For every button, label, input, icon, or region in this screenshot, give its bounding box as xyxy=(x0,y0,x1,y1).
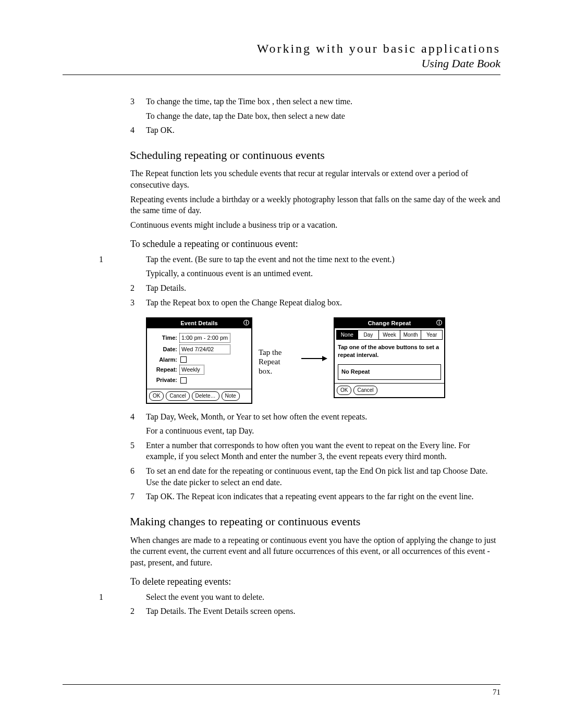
content-area: 3 To change the time, tap the Time box ,… xyxy=(130,96,500,617)
body-paragraph: When changes are made to a repeating or … xyxy=(130,535,500,569)
callout-label: Tap the Repeat box. xyxy=(259,317,295,376)
step: 4 Tap OK. xyxy=(130,125,500,136)
body-paragraph: Repeating events include a birthday or a… xyxy=(130,194,500,216)
dialog-title-bar: Change Repeat ⓘ xyxy=(335,318,444,328)
note-button[interactable]: Note xyxy=(222,391,240,401)
date-label: Date: xyxy=(150,346,177,353)
step-text: Tap the Repeat box to open the Change Re… xyxy=(146,297,500,309)
figure: Event Details ⓘ Time: 1:00 pm - 2:00 pm … xyxy=(146,317,500,404)
step: 4 Tap Day, Week, Month, or Year to set h… xyxy=(130,411,500,437)
step-text: Tap Day, Week, Month, or Year to set how… xyxy=(146,411,500,423)
dialog-body: Time: 1:00 pm - 2:00 pm Date: Wed 7/24/0… xyxy=(147,328,251,389)
dialog-title: Change Repeat xyxy=(368,320,411,326)
dialog-buttons: OK Cancel xyxy=(335,383,444,397)
date-row: Date: Wed 7/24/02 xyxy=(150,344,248,354)
svg-marker-1 xyxy=(322,356,327,361)
step-text: Tap Details. The Event Details screen op… xyxy=(146,606,500,617)
step-number: 7 xyxy=(130,491,134,502)
step-text: To set an end date for the repeating or … xyxy=(146,465,500,488)
step-text: To change the date, tap the Date box, th… xyxy=(146,110,500,122)
private-checkbox[interactable] xyxy=(180,377,187,384)
step-number: 1 xyxy=(99,591,103,603)
step-number: 2 xyxy=(130,606,134,617)
tab-month[interactable]: Month xyxy=(400,330,422,340)
alarm-label: Alarm: xyxy=(150,356,177,364)
step-number: 2 xyxy=(130,282,134,294)
event-details-dialog: Event Details ⓘ Time: 1:00 pm - 2:00 pm … xyxy=(146,317,252,404)
dialog-title: Event Details xyxy=(180,320,218,326)
tab-year[interactable]: Year xyxy=(421,330,442,340)
subheading: To schedule a repeating or continuous ev… xyxy=(130,238,500,250)
ok-button[interactable]: OK xyxy=(337,386,351,395)
step-text: Tap OK. The Repeat icon indicates that a… xyxy=(146,491,500,502)
tab-none[interactable]: None xyxy=(337,330,358,340)
change-repeat-dialog: Change Repeat ⓘ None Day Week Month Year… xyxy=(334,317,445,398)
subheading: To delete repeating events: xyxy=(130,575,500,588)
step-text: Typically, a continuous event is an unti… xyxy=(146,268,500,279)
footer: 71 xyxy=(63,684,500,697)
step-number: 1 xyxy=(99,254,103,265)
step-text: For a continuous event, tap Day. xyxy=(146,425,500,437)
heading-scheduling: Scheduling repeating or continuous event… xyxy=(130,147,500,163)
section-title: Using Date Book xyxy=(63,57,500,70)
info-icon: ⓘ xyxy=(436,319,442,327)
chapter-title: Working with your basic applications xyxy=(63,42,500,56)
tab-week[interactable]: Week xyxy=(379,330,400,340)
arrow-icon xyxy=(301,317,327,365)
step-text: Select the event you want to delete. xyxy=(146,591,500,603)
page-number: 71 xyxy=(493,688,500,696)
step: 2 Tap Details. The Event Details screen … xyxy=(130,606,500,617)
step-number: 6 xyxy=(130,465,134,477)
step-text: To change the time, tap the Time box , t… xyxy=(146,96,500,107)
repeat-row: Repeat: Weekly xyxy=(150,365,248,375)
running-header: Working with your basic applications Usi… xyxy=(63,42,500,70)
body-paragraph: Continuous events might include a busine… xyxy=(130,219,500,231)
dialog-title-bar: Event Details ⓘ xyxy=(147,318,251,328)
repeat-label: Repeat: xyxy=(150,366,177,374)
step: 5 Enter a number that corresponds to how… xyxy=(130,440,500,462)
step: 1 Select the event you want to delete. xyxy=(115,591,500,603)
repeat-summary: No Repeat xyxy=(338,364,441,380)
step-number: 3 xyxy=(130,297,134,309)
repeat-tabs: None Day Week Month Year xyxy=(336,330,443,340)
step: 6 To set an end date for the repeating o… xyxy=(130,465,500,488)
cancel-button[interactable]: Cancel xyxy=(166,391,189,401)
step-text: Enter a number that corresponds to how o… xyxy=(146,440,500,462)
tab-day[interactable]: Day xyxy=(358,330,380,340)
time-label: Time: xyxy=(150,334,177,342)
page: Working with your basic applications Usi… xyxy=(0,0,563,728)
delete-button[interactable]: Delete… xyxy=(192,391,219,401)
instruction-text: Tap one of the above buttons to set a re… xyxy=(335,341,444,361)
step-number: 3 xyxy=(130,96,134,107)
step-number: 5 xyxy=(130,440,134,451)
step-text: Tap OK. xyxy=(146,125,500,136)
body-paragraph: The Repeat function lets you schedule ev… xyxy=(130,168,500,190)
step: 3 Tap the Repeat box to open the Change … xyxy=(130,297,500,309)
step: 3 To change the time, tap the Time box ,… xyxy=(130,96,500,121)
step-text: Tap the event. (Be sure to tap the event… xyxy=(146,254,500,265)
alarm-row: Alarm: xyxy=(150,356,248,364)
step: 1 Tap the event. (Be sure to tap the eve… xyxy=(115,254,500,279)
step: 2 Tap Details. xyxy=(130,282,500,294)
time-row: Time: 1:00 pm - 2:00 pm xyxy=(150,333,248,343)
heading-making-changes: Making changes to repeating or continuou… xyxy=(130,514,500,529)
time-field[interactable]: 1:00 pm - 2:00 pm xyxy=(179,333,230,343)
private-row: Private: xyxy=(150,376,248,384)
info-icon: ⓘ xyxy=(243,319,249,327)
repeat-field[interactable]: Weekly xyxy=(179,365,204,375)
header-rule xyxy=(63,75,500,75)
dialog-buttons: OK Cancel Delete… Note xyxy=(147,389,251,403)
step-number: 4 xyxy=(130,411,134,423)
alarm-checkbox[interactable] xyxy=(180,356,187,363)
cancel-button[interactable]: Cancel xyxy=(353,386,377,395)
ok-button[interactable]: OK xyxy=(149,391,164,401)
date-field[interactable]: Wed 7/24/02 xyxy=(179,344,230,354)
private-label: Private: xyxy=(150,376,177,384)
step-text: Tap Details. xyxy=(146,282,500,294)
step: 7 Tap OK. The Repeat icon indicates that… xyxy=(130,491,500,502)
step-number: 4 xyxy=(130,125,134,136)
